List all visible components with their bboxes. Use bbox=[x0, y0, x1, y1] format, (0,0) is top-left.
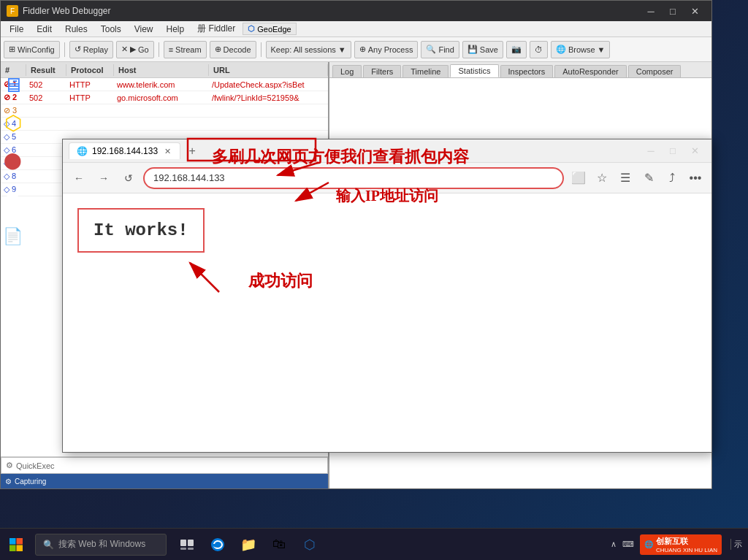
svg-rect-14 bbox=[188, 548, 194, 550]
favorites-button[interactable]: ☆ bbox=[592, 168, 612, 188]
taskbar-right: ∧ ⌨ 🌐 创新互联 CHUANG XIN HU LIAN 示 bbox=[611, 534, 748, 555]
taskbar-task-view-button[interactable] bbox=[174, 532, 200, 558]
taskbar-tray-icons: ∧ bbox=[611, 540, 617, 549]
browser-navbar: ← → ↺ 192.168.144.133 ⬜ ☆ ☰ ✎ ⤴ ••• bbox=[63, 163, 711, 193]
menu-rules[interactable]: Rules bbox=[59, 23, 94, 36]
address-text: 192.168.144.133 bbox=[153, 172, 225, 183]
keep-sessions-button[interactable]: Keep: All sessions ▼ bbox=[266, 41, 351, 58]
refresh-button[interactable]: ↺ bbox=[118, 168, 139, 188]
menu-file[interactable]: File bbox=[4, 23, 29, 36]
address-bar[interactable]: 192.168.144.133 bbox=[143, 167, 564, 189]
taskbar-edge-button[interactable] bbox=[205, 532, 231, 558]
desktop-icon-1[interactable]: 🖥 bbox=[1, 73, 25, 96]
col-header-result[interactable]: Result bbox=[26, 64, 66, 76]
maximize-button[interactable]: □ bbox=[662, 1, 684, 21]
taskbar-search-box[interactable]: 🔍 搜索 Web 和 Windows bbox=[35, 534, 167, 556]
menu-help[interactable]: Help bbox=[161, 23, 191, 36]
save-icon: 💾 bbox=[468, 45, 478, 54]
tab-filters[interactable]: Filters bbox=[363, 65, 401, 77]
share-button[interactable]: ⤴ bbox=[662, 168, 682, 188]
tab-autoresponder[interactable]: AutoResponder bbox=[554, 65, 626, 77]
desktop-icon-3[interactable]: ⬤ bbox=[1, 149, 25, 172]
browser-close-button[interactable]: ✕ bbox=[684, 141, 706, 161]
find-icon: 🔍 bbox=[426, 45, 436, 54]
tab-timeline[interactable]: Timeline bbox=[402, 65, 449, 77]
back-button[interactable]: ← bbox=[69, 168, 89, 188]
taskbar-fiddler-button[interactable]: ⬡ bbox=[297, 532, 323, 558]
fiddler-menubar: File Edit Rules Tools View Help 册 Fiddle… bbox=[1, 21, 711, 37]
winconfig-button[interactable]: ⊞ WinConfig bbox=[4, 41, 60, 58]
tab-composer[interactable]: Composer bbox=[628, 65, 682, 77]
store-icon: 🛍 bbox=[272, 537, 286, 552]
taskbar-search-label: 搜索 Web 和 Windows bbox=[58, 538, 145, 551]
browser-minimize-button[interactable]: ─ bbox=[640, 141, 662, 161]
any-process-button[interactable]: ⊕ Any Process bbox=[354, 41, 419, 58]
go-button[interactable]: ✕ ▶ Go bbox=[116, 41, 154, 58]
col-header-url[interactable]: URL bbox=[209, 64, 328, 76]
desktop-icon-5[interactable]: 📄 bbox=[1, 225, 25, 248]
timer-button[interactable]: ⏱ bbox=[530, 41, 548, 58]
browser-action-buttons: ⬜ ☆ ☰ ✎ ⤴ ••• bbox=[568, 168, 706, 188]
table-row[interactable]: ⊘ 2 502 HTTP go.microsoft.com /fwlink/?L… bbox=[1, 91, 328, 104]
minimize-button[interactable]: ─ bbox=[640, 1, 662, 21]
table-row[interactable]: ◇ 4 bbox=[1, 118, 328, 131]
browse-label: Browse bbox=[568, 45, 595, 54]
stream-button[interactable]: ≡ Stream bbox=[164, 41, 207, 58]
browse-dropdown-icon: ▼ bbox=[598, 45, 606, 54]
geoedge-button[interactable]: ⬡ GeoEdge bbox=[243, 23, 296, 35]
taskbar-icons: 📁 🛍 ⬡ bbox=[174, 532, 323, 558]
replay-button[interactable]: ↺ Replay bbox=[69, 41, 113, 58]
save-button[interactable]: 💾 Save bbox=[462, 41, 503, 58]
notes-button[interactable]: ✎ bbox=[638, 168, 659, 188]
forward-button[interactable]: → bbox=[94, 168, 114, 188]
new-tab-button[interactable]: + bbox=[183, 142, 201, 160]
tab-close-button[interactable]: ✕ bbox=[162, 146, 172, 156]
col-header-protocol[interactable]: Protocol bbox=[66, 64, 114, 76]
recycle-bin-icon[interactable]: 🗑 bbox=[1, 187, 25, 210]
hub-button[interactable]: ☰ bbox=[615, 168, 636, 188]
table-row[interactable]: ⊘ 3 bbox=[1, 104, 328, 118]
menu-view[interactable]: View bbox=[129, 23, 159, 36]
browser-content: It works! bbox=[63, 193, 711, 452]
quickexec-input[interactable]: ⚙ QuickExec bbox=[1, 457, 328, 474]
task-view-icon bbox=[180, 540, 194, 550]
svg-rect-13 bbox=[180, 548, 186, 550]
session-protocol: HTTP bbox=[66, 93, 114, 102]
browser-tab-favicon: 🌐 bbox=[77, 146, 88, 156]
svg-rect-7 bbox=[9, 538, 16, 545]
browse-button[interactable]: 🌐 Browse ▼ bbox=[551, 41, 611, 58]
show-desktop-button[interactable]: 示 bbox=[730, 539, 742, 550]
winconfig-icon: ⊞ bbox=[9, 45, 15, 54]
menu-fiddler[interactable]: 册 Fiddler bbox=[191, 21, 241, 37]
decode-button[interactable]: ⊕ Decode bbox=[210, 41, 256, 58]
go-label: ▶ bbox=[130, 45, 136, 54]
find-button[interactable]: 🔍 Find bbox=[421, 41, 459, 58]
browser-maximize-button[interactable]: □ bbox=[662, 141, 684, 161]
browser-titlebar: 🌐 192.168.144.133 ✕ + ─ □ ✕ bbox=[63, 139, 711, 163]
start-button[interactable] bbox=[0, 529, 32, 561]
edge-icon bbox=[210, 537, 225, 552]
menu-tools[interactable]: Tools bbox=[95, 23, 127, 36]
taskbar-explorer-button[interactable]: 📁 bbox=[235, 532, 262, 558]
taskbar-store-button[interactable]: 🛍 bbox=[266, 532, 292, 558]
fiddler-toolbar: ⊞ WinConfig ↺ Replay ✕ ▶ Go ≡ Stream ⊕ D… bbox=[1, 37, 711, 62]
browser-tab-title: 192.168.144.133 bbox=[92, 146, 158, 156]
screenshot-button[interactable]: 📷 bbox=[506, 41, 527, 58]
svg-rect-10 bbox=[17, 545, 23, 551]
browser-window-controls: ─ □ ✕ bbox=[640, 141, 706, 161]
tab-statistics[interactable]: Statistics bbox=[450, 64, 498, 77]
close-button[interactable]: ✕ bbox=[684, 1, 706, 21]
fiddler-taskbar-icon: ⬡ bbox=[304, 537, 316, 553]
menu-edit[interactable]: Edit bbox=[31, 23, 58, 36]
col-header-host[interactable]: Host bbox=[114, 64, 209, 76]
more-button[interactable]: ••• bbox=[685, 168, 706, 188]
tab-log[interactable]: Log bbox=[332, 65, 362, 77]
tablet-view-button[interactable]: ⬜ bbox=[568, 168, 589, 188]
table-row[interactable]: ⊘ 1 502 HTTP www.telerik.com /UpdateChec… bbox=[1, 78, 328, 91]
session-result: 502 bbox=[26, 93, 66, 102]
new-tab-icon: + bbox=[188, 145, 195, 158]
svg-rect-8 bbox=[17, 538, 23, 545]
browser-tab-active[interactable]: 🌐 192.168.144.133 ✕ bbox=[69, 142, 180, 159]
tab-inspectors[interactable]: Inspectors bbox=[500, 65, 554, 77]
desktop-icon-2[interactable]: ⬡ bbox=[1, 111, 25, 134]
